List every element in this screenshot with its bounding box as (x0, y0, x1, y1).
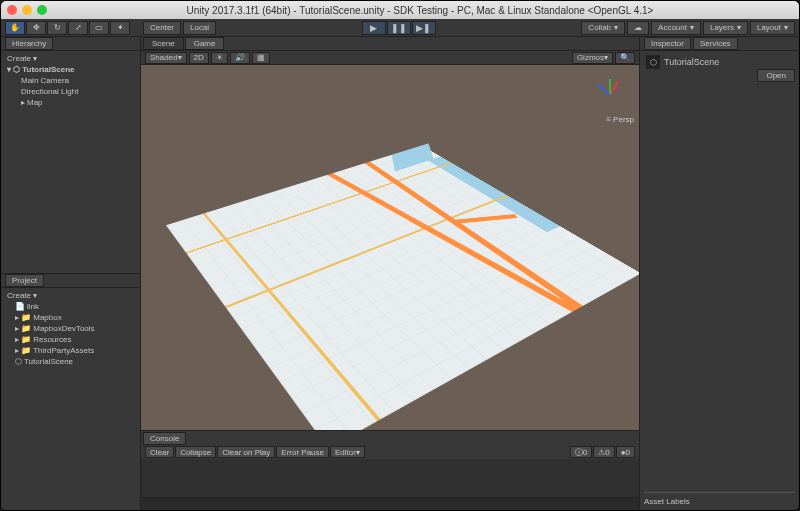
fx-toggle[interactable]: ▦ (252, 52, 270, 64)
project-item[interactable]: ▸ 📁 ThirdPartyAssets (3, 345, 138, 356)
orientation-gizmo[interactable] (589, 75, 629, 115)
hierarchy-scene-root[interactable]: ▾ ⬡ TutorialScene (3, 64, 138, 75)
collab-dropdown[interactable]: Collab ▾ (581, 21, 625, 35)
layout-dropdown[interactable]: Layout ▾ (750, 21, 795, 35)
hierarchy-item[interactable]: ▸ Map (3, 97, 138, 108)
console-editor-dropdown[interactable]: Editor ▾ (330, 446, 365, 458)
console-warn-filter[interactable]: ⚠ 0 (593, 446, 614, 458)
pivot-center-button[interactable]: Center (143, 21, 181, 35)
move-tool-button[interactable]: ✥ (26, 21, 46, 35)
console-clear-button[interactable]: Clear (145, 446, 174, 458)
console-output (141, 459, 639, 497)
project-item[interactable]: ▸ 📁 Mapbox (3, 312, 138, 323)
project-item[interactable]: 📄 link (3, 301, 138, 312)
transform-tool-button[interactable]: ✦ (110, 21, 130, 35)
persp-label[interactable]: ≡ Persp (606, 115, 634, 124)
open-scene-button[interactable]: Open (757, 69, 795, 82)
pause-button[interactable]: ❚❚ (387, 21, 411, 35)
rect-tool-button[interactable]: ▭ (89, 21, 109, 35)
hierarchy-item[interactable]: Main Camera (3, 75, 138, 86)
pivot-local-button[interactable]: Local (183, 21, 216, 35)
play-button[interactable]: ▶ (362, 21, 386, 35)
cloud-button[interactable]: ☁ (627, 21, 649, 35)
main-toolbar: ✋ ✥ ↻ ⤢ ▭ ✦ Center Local ▶ ❚❚ ▶❚ Collab … (1, 19, 799, 37)
project-item[interactable]: ▸ 📁 MapboxDevTools (3, 323, 138, 334)
unity-scene-icon: ⬡ (646, 55, 660, 69)
step-button[interactable]: ▶❚ (412, 21, 436, 35)
console-info-filter[interactable]: ⓘ 0 (570, 446, 592, 458)
minimize-window-button[interactable] (22, 5, 32, 15)
project-item[interactable]: ⬡ TutorialScene (3, 356, 138, 367)
console-clear-on-play-toggle[interactable]: Clear on Play (217, 446, 275, 458)
inspector-scene-name: TutorialScene (664, 57, 719, 67)
project-item[interactable]: ▸ 📁 Resources (3, 334, 138, 345)
rotate-tool-button[interactable]: ↻ (47, 21, 67, 35)
scene-viewport[interactable]: ≡ Persp (141, 65, 639, 430)
asset-labels-section: Asset Labels (644, 492, 795, 506)
maximize-window-button[interactable] (37, 5, 47, 15)
console-error-pause-toggle[interactable]: Error Pause (276, 446, 329, 458)
console-tab[interactable]: Console (143, 432, 186, 445)
gizmos-dropdown[interactable]: Gizmos ▾ (572, 52, 613, 64)
console-footer (141, 497, 639, 511)
console-error-filter[interactable]: ● 0 (616, 446, 635, 458)
project-tab[interactable]: Project (5, 274, 44, 287)
map-plane (166, 145, 639, 430)
hand-tool-button[interactable]: ✋ (5, 21, 25, 35)
scale-tool-button[interactable]: ⤢ (68, 21, 88, 35)
hierarchy-create-dropdown[interactable]: Create ▾ (7, 54, 37, 63)
account-dropdown[interactable]: Account ▾ (651, 21, 701, 35)
mode-2d-toggle[interactable]: 2D (189, 52, 209, 64)
game-tab[interactable]: Game (185, 37, 225, 50)
lighting-toggle[interactable]: ☀ (211, 52, 228, 64)
scene-search[interactable]: 🔍 (615, 52, 635, 64)
close-window-button[interactable] (7, 5, 17, 15)
services-tab[interactable]: Services (693, 37, 738, 50)
layers-dropdown[interactable]: Layers ▾ (703, 21, 748, 35)
project-create-dropdown[interactable]: Create ▾ (7, 291, 37, 300)
shaded-dropdown[interactable]: Shaded ▾ (145, 52, 187, 64)
audio-toggle[interactable]: 🔊 (230, 52, 250, 64)
console-collapse-toggle[interactable]: Collapse (175, 446, 216, 458)
hierarchy-item[interactable]: Directional Light (3, 86, 138, 97)
hierarchy-tab[interactable]: Hierarchy (5, 37, 53, 50)
titlebar: Unity 2017.3.1f1 (64bit) - TutorialScene… (1, 1, 799, 19)
inspector-tab[interactable]: Inspector (644, 37, 691, 50)
window-title: Unity 2017.3.1f1 (64bit) - TutorialScene… (47, 5, 793, 16)
scene-tab[interactable]: Scene (143, 37, 184, 50)
